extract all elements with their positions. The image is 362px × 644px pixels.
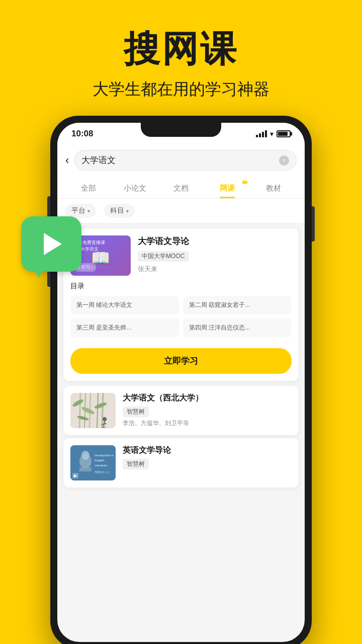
toc-item-4[interactable]: 第四周 汪洋自恣仪态... xyxy=(183,318,292,337)
svg-line-2 xyxy=(79,393,80,428)
app-title: 搜网课 xyxy=(10,25,352,73)
tab-online[interactable]: 网课 xyxy=(204,180,250,198)
app-header: 搜网课 大学生都在用的学习神器 xyxy=(0,0,362,116)
svg-text:Literature: Literature xyxy=(95,464,108,467)
toc-label: 目录 xyxy=(70,282,292,291)
clear-search-button[interactable]: × xyxy=(279,155,289,166)
battery-icon xyxy=(277,130,291,137)
app-background: 搜网课 大学生都在用的学习神器 10:08 xyxy=(0,0,362,644)
phone-frame: 10:08 ▾ xyxy=(50,116,312,644)
svg-point-11 xyxy=(103,417,107,421)
course-title-1: 大学语文导论 xyxy=(138,235,292,247)
course-card-3: Introduction to English Literature 周幽仙台入… xyxy=(63,438,299,488)
chevron-down-icon-2: ▾ xyxy=(126,208,129,214)
svg-point-19 xyxy=(81,451,89,460)
platform-filter[interactable]: 平台 ▾ xyxy=(65,204,96,218)
course-info-2: 大学语文（西北大学） 智慧树 李浩、方蕴华、刘卫平等 xyxy=(123,393,292,428)
crown-icon xyxy=(241,179,248,185)
phone-screen: 10:08 ▾ xyxy=(57,123,305,642)
search-bar-area: ‹ 大学语文 × xyxy=(57,145,305,176)
course-top-1: 全科免费直播课大学语文 📖 去学习 › 大学语文导论 中国大学MOOC 张天来 xyxy=(70,235,292,276)
status-time: 10:08 xyxy=(71,129,93,139)
course-thumbnail-2 xyxy=(70,393,116,428)
course-thumbnail-3: Introduction to English Literature 周幽仙台入… xyxy=(70,445,116,480)
teacher-name-2: 李浩、方蕴华、刘卫平等 xyxy=(123,419,292,428)
toc-section: 目录 第一周 绪论大学语文 第二周 窈窕淑女君子... 第三周 是至圣先师...… xyxy=(70,282,292,342)
course-info-3: 英语文学导论 智慧树 xyxy=(123,445,292,480)
svg-line-6 xyxy=(102,393,103,428)
filter-row: 平台 ▾ 科目 ▾ xyxy=(57,199,305,223)
toc-item-1[interactable]: 第一周 绪论大学语文 xyxy=(70,296,179,314)
toc-item-3[interactable]: 第三周 是至圣先师... xyxy=(70,318,179,337)
search-input-wrapper[interactable]: 大学语文 × xyxy=(74,150,297,171)
course-info-1: 大学语文导论 中国大学MOOC 张天来 xyxy=(138,235,292,276)
wifi-icon: ▾ xyxy=(270,130,274,138)
teacher-name-1: 张天来 xyxy=(138,265,292,274)
toc-item-2[interactable]: 第二周 窈窕淑女君子... xyxy=(183,296,292,314)
content-area: 全科免费直播课大学语文 📖 去学习 › 大学语文导论 中国大学MOOC 张天来 xyxy=(57,223,305,491)
svg-marker-0 xyxy=(242,180,247,184)
svg-rect-20 xyxy=(79,467,92,471)
subject-filter[interactable]: 科目 ▾ xyxy=(104,204,135,218)
back-button[interactable]: ‹ xyxy=(65,154,69,167)
course-card-1: 全科免费直播课大学语文 📖 去学习 › 大学语文导论 中国大学MOOC 张天来 xyxy=(63,228,299,381)
course-title-3: 英语文学导论 xyxy=(123,445,292,456)
status-bar: 10:08 ▾ xyxy=(57,123,305,145)
tab-all[interactable]: 全部 xyxy=(65,180,112,198)
signal-icon xyxy=(256,130,267,137)
phone-mockup: 10:08 ▾ xyxy=(50,116,312,644)
bamboo-illustration xyxy=(70,393,116,428)
platform-badge-3[interactable]: 智慧树 xyxy=(123,459,149,469)
chevron-down-icon: ▾ xyxy=(87,208,90,214)
svg-text:English: English xyxy=(95,459,105,462)
tab-essay[interactable]: 小论文 xyxy=(112,180,158,198)
course-card-2: 大学语文（西北大学） 智慧树 李浩、方蕴华、刘卫平等 xyxy=(63,386,299,435)
platform-badge-2[interactable]: 智慧树 xyxy=(123,407,149,417)
play-icon xyxy=(44,233,62,255)
search-query[interactable]: 大学语文 xyxy=(81,154,279,166)
learn-now-button[interactable]: 立即学习 xyxy=(70,348,292,374)
notch xyxy=(141,123,221,137)
svg-text:周幽仙台入人: 周幽仙台入人 xyxy=(95,470,110,473)
status-icons: ▾ xyxy=(256,130,291,138)
svg-rect-1 xyxy=(70,393,116,428)
play-badge: ▶ xyxy=(72,473,78,478)
course-title-2: 大学语文（西北大学） xyxy=(123,393,292,404)
tabs-row: 全部 小论文 文档 网课 教材 xyxy=(57,176,305,199)
tab-textbook[interactable]: 教材 xyxy=(250,180,297,198)
tab-doc[interactable]: 文档 xyxy=(158,180,204,198)
app-logo-icon xyxy=(21,216,81,272)
svg-text:Introduction to: Introduction to xyxy=(95,454,114,457)
app-subtitle: 大学生都在用的学习神器 xyxy=(10,78,352,101)
toc-grid: 第一周 绪论大学语文 第二周 窈窕淑女君子... 第三周 是至圣先师... 第四… xyxy=(70,296,292,337)
platform-badge-1[interactable]: 中国大学MOOC xyxy=(138,251,189,262)
